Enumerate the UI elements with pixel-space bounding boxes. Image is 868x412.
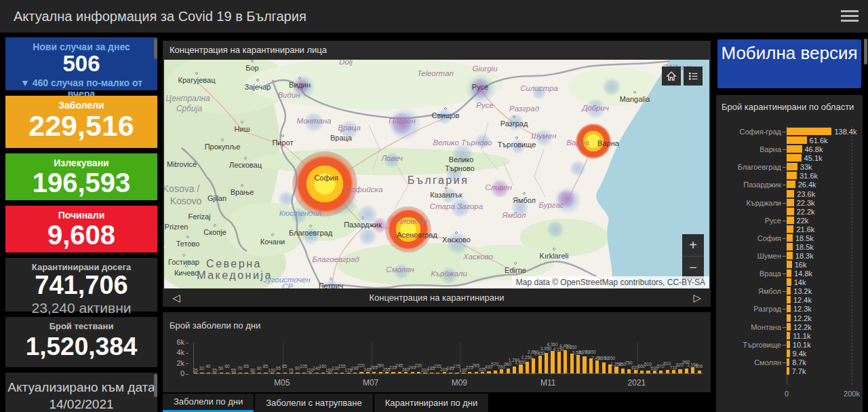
sidebar-scrollbar[interactable]: [154, 39, 157, 59]
region-bar-row[interactable]: 61.6k: [716, 136, 863, 145]
home-icon[interactable]: [662, 67, 681, 86]
region-bar-row[interactable]: 45.1k: [716, 153, 863, 162]
recovered-card[interactable]: Излекувани 196,593: [5, 153, 157, 200]
daily-bar-value-label: 260: [399, 367, 412, 372]
tab-3[interactable]: Карантинирани по дни: [374, 394, 489, 412]
daily-bar: [570, 354, 574, 374]
region-x-axis-label: 0: [785, 390, 789, 398]
daily-bar: [315, 373, 319, 373]
zoom-in-button[interactable]: +: [682, 234, 704, 257]
heatmap-map[interactable]: КрагујевацБорЗајечарВидинНишПиротПрокупљ…: [164, 60, 709, 288]
right-panel-scrollbar[interactable]: [864, 39, 867, 64]
region-bar-row[interactable]: Ямбол13.2k: [716, 286, 863, 295]
town-dot: [241, 121, 243, 124]
new-cases-card[interactable]: Нови случаи за днес 506 ▼ 460 случая по-…: [5, 37, 157, 90]
region-bar-row[interactable]: София-град138.4k: [716, 127, 863, 136]
daily-bar: [443, 372, 446, 373]
layer-list-icon[interactable]: [684, 67, 703, 86]
daily-bar: [207, 373, 210, 373]
daily-cases-chart-panel[interactable]: Брой заболели по дни 6k4k2k0253040355060…: [163, 312, 711, 392]
daily-bar: [277, 373, 280, 373]
region-bar-row[interactable]: 21.6k: [716, 225, 863, 233]
region-bar-value-label: 22.2k: [797, 208, 815, 216]
region-bar-value-label: 14.8k: [794, 269, 812, 278]
daily-bar-value-label: 185: [443, 366, 457, 371]
region-bar-row[interactable]: Пазарджик26.4k: [716, 180, 863, 189]
region-bar-row[interactable]: 9.4k: [716, 349, 863, 358]
tested-value: 1,520,384: [5, 331, 157, 360]
tab-2[interactable]: Заболели с натрупване: [255, 394, 373, 412]
quarantined-card[interactable]: Карантинирани досега 741,706 23,240 акти…: [5, 258, 157, 312]
town-dot: [455, 231, 458, 234]
town-dot: [633, 91, 636, 94]
daily-bar: [487, 371, 490, 373]
daily-bar-value-label: 155: [335, 364, 349, 369]
quarantined-label: Карантинирани досега: [5, 258, 157, 272]
daily-bar-value-label: 820: [673, 362, 686, 367]
region-bar-row[interactable]: Разград12.3k: [716, 304, 863, 313]
region-bar-row[interactable]: 11.1k: [716, 331, 863, 340]
daily-bar: [271, 373, 274, 373]
region-bar-row[interactable]: 22.2k: [716, 207, 863, 216]
region-bar: [787, 225, 793, 233]
category-tick: [783, 309, 786, 310]
stats-sidebar: Нови случаи за днес 506 ▼ 460 случая по-…: [5, 37, 157, 412]
deceased-value: 9,608: [5, 221, 157, 249]
daily-bar: [576, 355, 580, 373]
region-bar-row[interactable]: Търговище10.1k: [716, 340, 863, 349]
map-basemap: [164, 60, 709, 288]
region-bar-row[interactable]: Шумен18.3k: [716, 251, 863, 260]
infected-card[interactable]: Заболели 229,516: [5, 96, 157, 148]
category-tick: [783, 132, 786, 132]
daily-bar: [551, 351, 554, 373]
region-bar-row[interactable]: 12.2k: [716, 314, 863, 322]
region-bar: [787, 163, 797, 170]
tested-card[interactable]: Брой тествани 1,520,384: [5, 317, 157, 367]
region-bar-row[interactable]: 31.6k: [716, 171, 863, 180]
region-bar-row[interactable]: Русе22k: [716, 216, 863, 225]
region-bar-row[interactable]: Варна46.8k: [716, 145, 863, 153]
daily-bar: [252, 373, 255, 373]
daily-bar: [653, 371, 656, 373]
region-bar-row[interactable]: София18.5k: [716, 233, 863, 242]
region-bar: [787, 287, 791, 295]
carousel-next-button[interactable]: ▷: [693, 288, 701, 307]
town-dot: [244, 157, 247, 160]
daily-bar-value-label: 50: [214, 366, 228, 371]
region-bar-value-label: 12.2k: [793, 323, 812, 331]
tab-1[interactable]: Заболели по дни: [163, 394, 254, 412]
carousel-label: Концентрация на карантинирани: [163, 288, 711, 307]
region-bar-row[interactable]: 14k: [716, 278, 863, 286]
daily-bar-value-label: 4,450: [558, 343, 572, 348]
region-bar-row[interactable]: Смолян8.7k: [716, 358, 863, 367]
region-bar-row[interactable]: 16k: [716, 260, 863, 269]
daily-bar-value-label: 90: [252, 366, 266, 371]
region-bar-row[interactable]: Благоевград33k: [716, 162, 863, 171]
hamburger-menu-icon[interactable]: [841, 10, 860, 22]
mobile-version-button[interactable]: Мобилна версия: [717, 39, 861, 88]
daily-bar: [232, 373, 235, 373]
region-bar-row[interactable]: 7.7k: [716, 367, 863, 375]
region-bar-row[interactable]: Враца14.8k: [716, 269, 863, 278]
region-bar-row[interactable]: 12.4k: [716, 295, 863, 304]
town-dot: [241, 184, 243, 187]
region-bar: [787, 314, 791, 322]
carousel-prev-button[interactable]: ◁: [172, 288, 180, 307]
region-category-label: Смолян: [716, 358, 781, 367]
y-axis-tick-label: 4k: [163, 348, 189, 356]
covid-dashboard: Актуална информация за Covid 19 в Българ…: [0, 0, 868, 412]
region-bar-row[interactable]: Монтана12.2k: [716, 322, 863, 331]
daily-bar-value-label: 225: [462, 365, 476, 370]
daily-bar-value-label: 80: [246, 368, 260, 373]
updated-card-scrollbar[interactable]: [154, 374, 157, 397]
daily-bar: [391, 372, 395, 373]
region-bar: [787, 252, 793, 259]
deceased-card[interactable]: Починали 9,608: [5, 206, 157, 252]
region-bar-row[interactable]: Кърджали22.3k: [716, 198, 863, 207]
category-tick: [783, 167, 786, 168]
region-bar-row[interactable]: 18.5k: [716, 242, 863, 251]
region-quarantine-chart-panel[interactable]: Брой карантинирани по области София-град…: [716, 95, 863, 412]
daily-bar-value-label: 90: [290, 366, 304, 371]
region-bar-row[interactable]: 23.6k: [716, 189, 863, 198]
daily-bar: [264, 373, 267, 373]
